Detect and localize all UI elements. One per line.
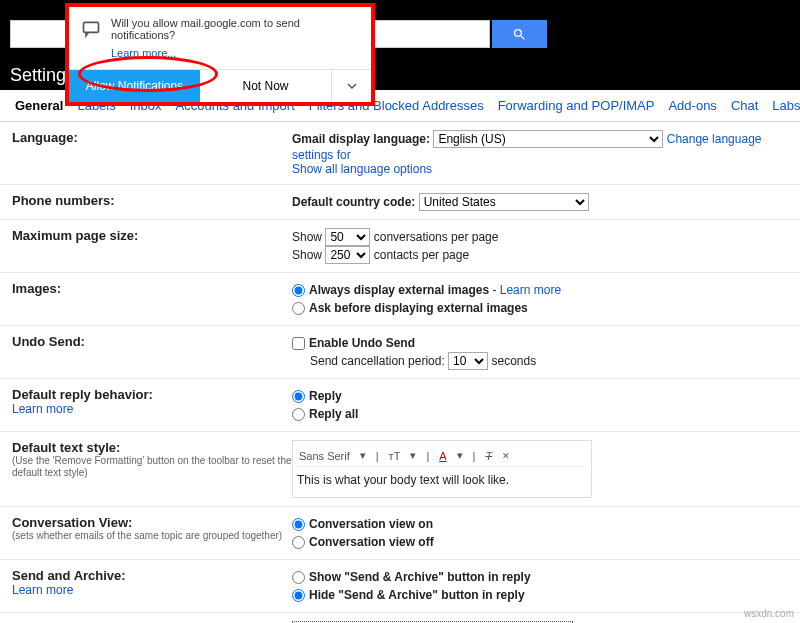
country-code-label: Default country code:	[292, 195, 415, 209]
sendarch-hide-radio[interactable]: Hide "Send & Archive" button in reply	[292, 586, 788, 604]
enable-undo-checkbox[interactable]: Enable Undo Send	[292, 334, 788, 352]
phone-label: Phone numbers:	[12, 193, 292, 211]
allow-notifications-button[interactable]: Allow Notifications	[69, 70, 200, 102]
images-ask-radio[interactable]: Ask before displaying external images	[292, 299, 788, 317]
svg-rect-0	[84, 22, 99, 32]
tab-chat[interactable]: Chat	[724, 90, 765, 121]
images-label: Images:	[12, 281, 292, 317]
convview-sub: (sets whether emails of the same topic a…	[12, 530, 292, 542]
learn-more-link[interactable]: Learn more...	[111, 47, 359, 59]
reply-all-radio[interactable]: Reply all	[292, 405, 788, 423]
not-now-button[interactable]: Not Now	[200, 70, 331, 102]
pagesize-label: Maximum page size:	[12, 228, 292, 264]
show-all-languages-link[interactable]: Show all language options	[292, 162, 432, 176]
watermark: wsxdn.com	[744, 608, 794, 619]
text-style-box: Sans Serif▾ | т​T▾ | A▾ | T✕ This is wha…	[292, 440, 592, 498]
font-size-icon[interactable]: т​T	[387, 450, 403, 462]
textstyle-label: Default text style:	[12, 440, 120, 455]
conversations-per-page-select[interactable]: 50	[325, 228, 370, 246]
country-select[interactable]: United States	[419, 193, 589, 211]
tab-forwarding[interactable]: Forwarding and POP/IMAP	[491, 90, 662, 121]
chevron-down-icon	[347, 81, 357, 91]
notification-message: Will you allow mail.google.com to send n…	[111, 17, 359, 41]
images-learn-more[interactable]: Learn more	[500, 283, 561, 297]
convview-on-radio[interactable]: Conversation view on	[292, 515, 788, 533]
convview-label: Conversation View:	[12, 515, 132, 530]
undo-label: Undo Send:	[12, 334, 292, 370]
chat-bubble-icon	[81, 19, 101, 42]
tab-labs[interactable]: Labs	[765, 90, 800, 121]
body-preview: This is what your body text will look li…	[297, 467, 587, 493]
dropdown-caret-button[interactable]	[331, 70, 371, 102]
undo-period-select[interactable]: 10	[448, 352, 488, 370]
tab-general[interactable]: General	[8, 90, 70, 121]
text-color-icon[interactable]: A	[437, 450, 448, 462]
notification-permission-dialog: Will you allow mail.google.com to send n…	[65, 3, 375, 106]
convview-off-radio[interactable]: Conversation view off	[292, 533, 788, 551]
sendarch-show-radio[interactable]: Show "Send & Archive" button in reply	[292, 568, 788, 586]
tab-addons[interactable]: Add-ons	[661, 90, 723, 121]
language-select[interactable]: English (US)	[433, 130, 663, 148]
textstyle-sub: (Use the 'Remove Formatting' button on t…	[12, 455, 292, 479]
images-always-radio[interactable]: Always display external images - Learn m…	[292, 281, 788, 299]
sendarch-label: Send and Archive:	[12, 568, 126, 583]
reply-learn-more[interactable]: Learn more	[12, 402, 292, 416]
reply-label: Default reply behavior:	[12, 387, 153, 402]
reply-radio[interactable]: Reply	[292, 387, 788, 405]
sendarch-learn-more[interactable]: Learn more	[12, 583, 292, 597]
display-language-label: Gmail display language:	[292, 132, 430, 146]
font-selector[interactable]: Sans Serif	[297, 450, 352, 462]
remove-format-icon[interactable]: T	[483, 450, 494, 462]
contacts-per-page-select[interactable]: 250	[325, 246, 370, 264]
search-button[interactable]	[492, 20, 547, 48]
language-label: Language:	[12, 130, 292, 176]
search-icon	[512, 27, 527, 42]
